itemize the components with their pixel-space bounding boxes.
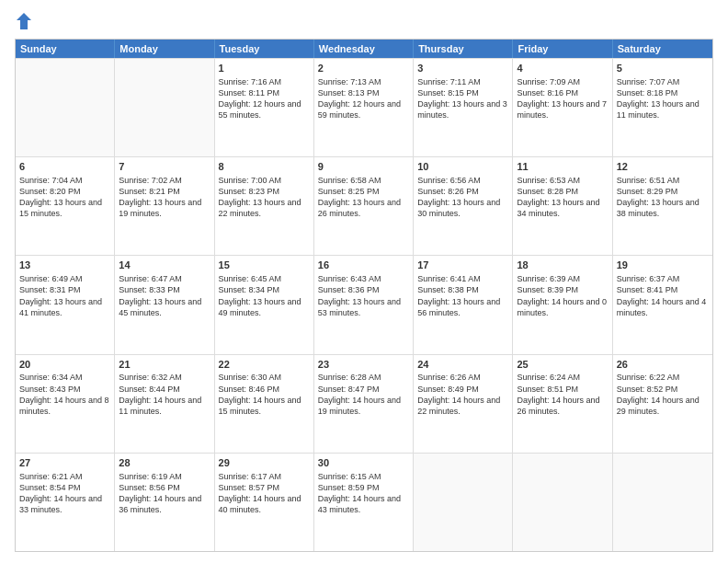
- calendar-cell: 23Sunrise: 6:28 AMSunset: 8:47 PMDayligh…: [314, 355, 414, 453]
- day-info: Sunrise: 6:56 AM: [417, 175, 508, 186]
- calendar-cell: 18Sunrise: 6:39 AMSunset: 8:39 PMDayligh…: [513, 256, 612, 353]
- day-info: Daylight: 13 hours and 26 minutes.: [318, 197, 409, 219]
- calendar-cell: 4Sunrise: 7:09 AMSunset: 8:16 PMDaylight…: [513, 59, 612, 156]
- day-number: 19: [617, 259, 709, 272]
- day-info: Sunrise: 6:51 AM: [617, 175, 709, 186]
- calendar-header: SundayMondayTuesdayWednesdayThursdayFrid…: [16, 40, 712, 58]
- day-info: Daylight: 12 hours and 59 minutes.: [318, 98, 409, 121]
- day-info: Daylight: 14 hours and 15 minutes.: [219, 395, 310, 417]
- weekday-header: Thursday: [414, 40, 513, 58]
- day-info: Daylight: 14 hours and 0 minutes.: [517, 296, 608, 318]
- day-info: Daylight: 13 hours and 49 minutes.: [219, 296, 310, 318]
- day-info: Sunrise: 6:21 AM: [19, 471, 110, 482]
- day-info: Sunset: 8:33 PM: [119, 284, 210, 295]
- day-info: Sunset: 8:38 PM: [417, 284, 508, 295]
- day-number: 18: [517, 259, 608, 272]
- calendar: SundayMondayTuesdayWednesdayThursdayFrid…: [15, 39, 713, 552]
- calendar-cell: 9Sunrise: 6:58 AMSunset: 8:25 PMDaylight…: [314, 157, 414, 255]
- day-info: Sunrise: 6:34 AM: [19, 372, 110, 383]
- calendar-row: 1Sunrise: 7:16 AMSunset: 8:11 PMDaylight…: [16, 58, 712, 156]
- weekday-header: Friday: [513, 40, 612, 58]
- calendar-cell: 15Sunrise: 6:45 AMSunset: 8:34 PMDayligh…: [215, 256, 314, 353]
- day-info: Daylight: 14 hours and 19 minutes.: [318, 395, 409, 417]
- calendar-cell: [16, 59, 115, 156]
- day-info: Daylight: 13 hours and 53 minutes.: [318, 296, 409, 318]
- day-info: Sunset: 8:16 PM: [517, 87, 608, 98]
- day-info: Daylight: 13 hours and 19 minutes.: [119, 197, 210, 219]
- calendar-cell: 8Sunrise: 7:00 AMSunset: 8:23 PMDaylight…: [215, 157, 314, 255]
- day-info: Daylight: 13 hours and 3 minutes.: [417, 98, 508, 121]
- day-info: Daylight: 13 hours and 41 minutes.: [19, 296, 110, 318]
- calendar-cell: 26Sunrise: 6:22 AMSunset: 8:52 PMDayligh…: [613, 355, 712, 453]
- day-info: Sunset: 8:57 PM: [219, 482, 310, 493]
- day-info: Sunrise: 6:19 AM: [119, 471, 210, 482]
- day-info: Daylight: 14 hours and 43 minutes.: [318, 493, 409, 515]
- calendar-cell: [513, 454, 612, 551]
- day-number: 24: [417, 358, 508, 372]
- day-info: Sunset: 8:44 PM: [119, 384, 210, 395]
- day-info: Sunrise: 7:09 AM: [517, 76, 608, 87]
- calendar-cell: 27Sunrise: 6:21 AMSunset: 8:54 PMDayligh…: [16, 454, 115, 551]
- calendar-cell: 16Sunrise: 6:43 AMSunset: 8:36 PMDayligh…: [314, 256, 414, 353]
- day-info: Sunset: 8:51 PM: [517, 384, 608, 395]
- calendar-cell: 2Sunrise: 7:13 AMSunset: 8:13 PMDaylight…: [314, 59, 414, 156]
- calendar-body: 1Sunrise: 7:16 AMSunset: 8:11 PMDaylight…: [16, 58, 712, 551]
- weekday-header: Wednesday: [314, 40, 414, 58]
- day-info: Sunset: 8:25 PM: [318, 186, 409, 197]
- day-info: Sunrise: 6:26 AM: [417, 372, 508, 383]
- day-number: 4: [517, 62, 608, 75]
- calendar-cell: [613, 454, 712, 551]
- day-info: Sunset: 8:47 PM: [318, 384, 409, 395]
- day-info: Sunrise: 6:45 AM: [219, 273, 310, 284]
- day-number: 13: [19, 259, 110, 272]
- day-info: Daylight: 14 hours and 22 minutes.: [417, 395, 508, 417]
- calendar-cell: 3Sunrise: 7:11 AMSunset: 8:15 PMDaylight…: [414, 59, 513, 156]
- calendar-cell: 12Sunrise: 6:51 AMSunset: 8:29 PMDayligh…: [613, 157, 712, 255]
- day-info: Sunrise: 6:37 AM: [617, 273, 709, 284]
- day-number: 11: [517, 160, 608, 174]
- day-number: 17: [417, 259, 508, 272]
- day-info: Sunset: 8:43 PM: [19, 384, 110, 395]
- header: [15, 11, 713, 31]
- calendar-cell: 5Sunrise: 7:07 AMSunset: 8:18 PMDaylight…: [613, 59, 712, 156]
- logo-icon: [16, 11, 32, 31]
- day-info: Daylight: 13 hours and 45 minutes.: [119, 296, 210, 318]
- day-info: Sunrise: 6:15 AM: [318, 471, 409, 482]
- day-info: Sunrise: 6:24 AM: [517, 372, 608, 383]
- day-info: Daylight: 14 hours and 4 minutes.: [617, 296, 709, 318]
- day-info: Sunrise: 6:30 AM: [219, 372, 310, 383]
- day-info: Sunset: 8:59 PM: [318, 482, 409, 493]
- day-info: Sunrise: 7:13 AM: [318, 76, 409, 87]
- day-info: Sunset: 8:41 PM: [617, 284, 709, 295]
- calendar-row: 13Sunrise: 6:49 AMSunset: 8:31 PMDayligh…: [16, 255, 712, 353]
- day-info: Sunset: 8:26 PM: [417, 186, 508, 197]
- svg-marker-0: [17, 13, 31, 29]
- day-info: Sunrise: 7:00 AM: [219, 175, 310, 186]
- day-info: Sunrise: 6:22 AM: [617, 372, 709, 383]
- day-info: Sunrise: 6:17 AM: [219, 471, 310, 482]
- day-number: 8: [219, 160, 310, 174]
- day-info: Daylight: 14 hours and 29 minutes.: [617, 395, 709, 417]
- day-number: 25: [517, 358, 608, 372]
- day-number: 16: [318, 259, 409, 272]
- day-info: Sunrise: 6:32 AM: [119, 372, 210, 383]
- day-number: 27: [19, 456, 110, 470]
- day-info: Sunrise: 7:04 AM: [19, 175, 110, 186]
- day-info: Sunset: 8:31 PM: [19, 284, 110, 295]
- day-number: 5: [617, 62, 709, 75]
- calendar-cell: 20Sunrise: 6:34 AMSunset: 8:43 PMDayligh…: [16, 355, 115, 453]
- day-number: 29: [219, 456, 310, 470]
- calendar-row: 6Sunrise: 7:04 AMSunset: 8:20 PMDaylight…: [16, 156, 712, 255]
- calendar-cell: 30Sunrise: 6:15 AMSunset: 8:59 PMDayligh…: [314, 454, 414, 551]
- calendar-row: 20Sunrise: 6:34 AMSunset: 8:43 PMDayligh…: [16, 354, 712, 453]
- day-info: Sunrise: 6:28 AM: [318, 372, 409, 383]
- day-info: Sunrise: 6:49 AM: [19, 273, 110, 284]
- calendar-cell: 28Sunrise: 6:19 AMSunset: 8:56 PMDayligh…: [115, 454, 214, 551]
- day-info: Daylight: 14 hours and 36 minutes.: [119, 493, 210, 515]
- day-number: 14: [119, 259, 210, 272]
- day-info: Sunrise: 7:02 AM: [119, 175, 210, 186]
- day-number: 1: [219, 62, 310, 75]
- day-info: Sunset: 8:11 PM: [219, 87, 310, 98]
- day-info: Daylight: 14 hours and 33 minutes.: [19, 493, 110, 515]
- day-info: Sunset: 8:28 PM: [517, 186, 608, 197]
